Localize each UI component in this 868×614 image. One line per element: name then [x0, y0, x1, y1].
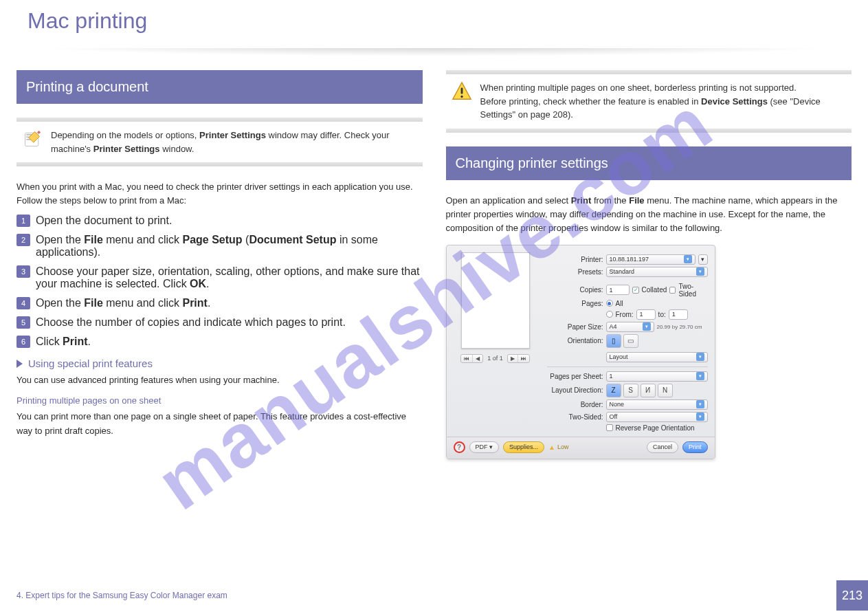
step-4-mid: menu and click: [103, 297, 183, 309]
cancel-button[interactable]: Cancel: [647, 441, 678, 453]
pdf-label: PDF ▾: [476, 443, 493, 450]
caution-l2-b: Device Settings: [701, 96, 768, 107]
papersize-dim: 20.99 by 29.70 cm: [657, 324, 702, 330]
step-3-b1: OK: [190, 278, 206, 289]
orientation-label: Orientation:: [547, 337, 603, 344]
caution-line2: Before printing, check whether the featu…: [480, 95, 847, 122]
step-2-pre: Open the: [36, 234, 84, 245]
step-5-text: Choose the number of copies and indicate…: [36, 316, 346, 328]
border-select[interactable]: None▾: [606, 399, 708, 410]
subhead-special-label: Using special print features: [28, 358, 153, 369]
intro-text: When you print with a Mac, you need to c…: [16, 180, 423, 208]
copies-value: 1: [610, 287, 613, 294]
nav-prev-group[interactable]: ⏮◀: [460, 354, 483, 363]
step-6: Click Print.: [16, 336, 423, 348]
low-label: Low: [557, 443, 569, 450]
right-body: Open an application and select Print fro…: [446, 194, 852, 235]
orientation-portrait-button[interactable]: ▯: [606, 334, 621, 348]
rb-pre: Open an application and select: [446, 195, 571, 206]
printer-value: 10.88.181.197: [610, 256, 649, 263]
note-text: Depending on the models or options, Prin…: [51, 129, 417, 155]
layoutdir-2-button[interactable]: S: [623, 384, 638, 397]
layoutdir-4-button[interactable]: N: [658, 384, 673, 397]
breadcrumb: 4. Expert tips for the Samsung Easy Colo…: [16, 591, 227, 600]
presets-value: Standard: [610, 268, 635, 275]
preview-column: ⏮◀ 1 of 1 ▶⏭: [454, 252, 537, 434]
pages-to-input[interactable]: 1: [669, 309, 688, 320]
pages-all-radio[interactable]: [606, 300, 613, 307]
print-label: Print: [689, 443, 702, 450]
collated-checkbox[interactable]: ✓: [632, 287, 638, 294]
pdf-button[interactable]: PDF ▾: [469, 441, 500, 453]
pages-to-label: to:: [658, 311, 666, 318]
printer-info-button[interactable]: ▾: [698, 254, 708, 265]
footer: 4. Expert tips for the Samsung Easy Colo…: [0, 577, 868, 614]
sub1-text: You can use advanced printing features w…: [16, 373, 423, 387]
step-6-b1: Print: [63, 336, 87, 347]
chevron-down-icon: ▾: [696, 413, 704, 421]
preview-page-label: 1 of 1: [487, 355, 503, 362]
warning-small-icon: ▲: [548, 443, 555, 451]
note-bold2: Printer Settings: [93, 144, 160, 154]
header-shadow: [21, 48, 847, 56]
note-part1: Depending on the models or options,: [51, 130, 199, 140]
layoutdir-label: Layout Direction:: [547, 386, 603, 394]
caution-l2-pre: Before printing, check whether the featu…: [480, 96, 702, 107]
papersize-select[interactable]: A4▾: [606, 322, 654, 332]
supplies-button[interactable]: Supplies...: [503, 441, 544, 453]
print-button[interactable]: Print: [682, 441, 708, 453]
step-1-text: Open the document to print.: [36, 215, 172, 226]
step-6-post: .: [88, 336, 91, 347]
rb-b2: File: [629, 195, 644, 206]
warning-icon: [452, 81, 472, 102]
content-columns: Printing a document Depending on the mod…: [0, 56, 868, 459]
twosided2-select[interactable]: Off▾: [606, 412, 708, 422]
to-val: 1: [672, 311, 676, 318]
step-4-b1: File: [84, 297, 103, 309]
step-2-post: (: [243, 234, 249, 245]
orientation-landscape-button[interactable]: ▭: [623, 334, 638, 348]
caution-callout: When printing multiple pages on one shee…: [446, 70, 852, 133]
svg-rect-2: [460, 87, 463, 94]
copies-input[interactable]: 1: [606, 285, 630, 295]
step-1: Open the document to print.: [16, 215, 423, 227]
chevron-down-icon: ▾: [684, 255, 692, 263]
step-2-b2: Page Setup: [182, 234, 242, 245]
help-button[interactable]: ?: [454, 441, 465, 453]
from-val: 1: [640, 311, 643, 318]
step-3-pre: Choose your paper size, orientation, sca…: [36, 265, 420, 289]
printer-select[interactable]: 10.88.181.197▾: [606, 254, 695, 265]
step-2-b3: Document Setup: [249, 234, 336, 245]
caution-line1: When printing multiple pages on one shee…: [480, 81, 847, 95]
reverse-checkbox[interactable]: [606, 424, 613, 431]
preview-page: [461, 252, 530, 349]
step-3: Choose your paper size, orientation, sca…: [16, 265, 423, 290]
preview-nav: ⏮◀ 1 of 1 ▶⏭: [460, 354, 530, 363]
section-bar-printing: Printing a document: [16, 70, 423, 104]
twosided-label: Two-Sided: [678, 283, 707, 298]
nav-next-group[interactable]: ▶⏭: [507, 354, 530, 363]
section-bar-settings: Changing printer settings: [446, 146, 852, 180]
orientation-buttons: ▯ ▭: [606, 334, 638, 348]
page-number-badge: 213: [836, 580, 868, 611]
papersize-label: Paper Size:: [547, 323, 603, 331]
dialog-separator: [547, 366, 708, 367]
rb-mid: from the: [591, 195, 629, 206]
page-title: Mac printing: [27, 8, 841, 34]
note-icon: [22, 129, 43, 149]
chevron-down-icon: ▾: [696, 400, 704, 408]
pps-select[interactable]: 1▾: [606, 371, 708, 382]
layoutdir-3-button[interactable]: И: [641, 384, 656, 397]
layoutdir-1-button[interactable]: Z: [606, 384, 621, 397]
steps-list: Open the document to print. Open the Fil…: [16, 215, 423, 348]
pages-from-input[interactable]: 1: [636, 309, 656, 320]
presets-select[interactable]: Standard▾: [606, 267, 708, 277]
nav-prev-icon: ◀: [473, 355, 482, 362]
pages-from-radio[interactable]: [606, 311, 613, 318]
twosided-checkbox[interactable]: [669, 287, 676, 294]
panel-select[interactable]: Layout▾: [606, 352, 708, 362]
rb-b1: Print: [571, 195, 592, 206]
note-part3: window.: [162, 144, 194, 154]
chevron-down-icon: ▾: [696, 372, 704, 380]
pages-label: Pages:: [547, 300, 603, 307]
